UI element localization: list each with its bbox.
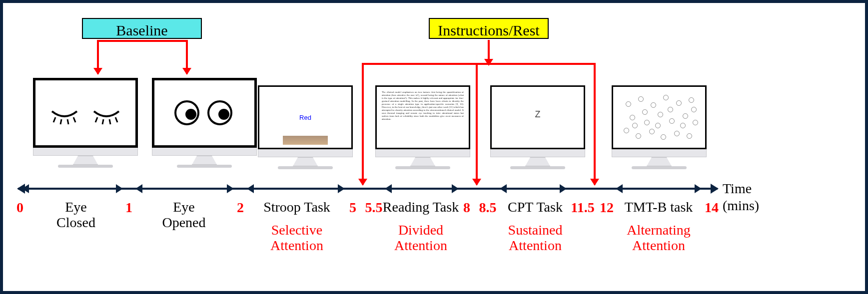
task-label: EyeClosed <box>56 200 95 231</box>
svg-line-0 <box>53 117 55 122</box>
svg-point-9 <box>185 109 196 120</box>
segment-arrow <box>22 188 123 190</box>
monitor-tmtb <box>612 85 707 169</box>
attention-label: DividedAttention <box>394 223 447 254</box>
time-mark: 14 <box>705 200 719 216</box>
svg-point-11 <box>218 109 229 120</box>
eye-open-icon <box>173 99 201 127</box>
task-label: TMT-B task <box>625 200 693 215</box>
monitor-stroop: Red <box>258 85 353 169</box>
segment-arrow <box>500 188 567 190</box>
segment-arrow <box>385 188 459 190</box>
connector <box>362 63 596 65</box>
task-label: EyeOpened <box>162 200 205 231</box>
time-mark: 8.5 <box>479 200 497 216</box>
axis-unit-label: (mins) <box>723 198 759 214</box>
arrow-down-icon <box>362 63 364 185</box>
svg-line-5 <box>102 119 103 124</box>
time-mark: 8 <box>463 200 470 216</box>
arrow-down-icon <box>97 40 99 74</box>
monitor-eye-closed <box>33 78 138 168</box>
arrow-down-icon <box>476 63 478 185</box>
time-mark: 2 <box>237 200 244 216</box>
time-mark: 1 <box>125 200 132 216</box>
task-label: Stroop Task <box>263 200 330 215</box>
stroop-word: Red <box>299 114 311 121</box>
time-mark: 11.5 <box>571 200 594 216</box>
eye-open-icon <box>206 99 234 127</box>
svg-line-3 <box>73 117 75 122</box>
attention-label: SelectiveAttention <box>270 223 323 254</box>
legend-baseline: Baseline <box>82 18 202 39</box>
connector <box>98 40 187 42</box>
svg-line-2 <box>67 119 68 124</box>
svg-line-7 <box>115 117 117 122</box>
svg-line-1 <box>60 119 61 124</box>
time-mark: 5 <box>349 200 356 216</box>
task-label: Reading Task <box>383 200 459 215</box>
reading-text: The clinical model emphasizes on two fac… <box>382 91 464 144</box>
time-mark: 12 <box>600 200 614 216</box>
segment-arrow <box>135 188 234 190</box>
tmt-dots-icon <box>617 91 701 144</box>
axis-time-label: Time <box>723 181 752 197</box>
monitor-eye-opened <box>152 78 257 168</box>
segment-arrow <box>616 188 702 190</box>
monitor-reading: The clinical model emphasizes on two fac… <box>375 85 470 169</box>
arrow-down-icon <box>594 63 596 185</box>
legend-instructions: Instructions/Rest <box>429 18 549 39</box>
attention-label: AlternatingAttention <box>627 223 691 254</box>
arrow-down-icon <box>186 40 188 74</box>
connector <box>488 40 490 65</box>
eye-closed-icon <box>91 105 121 125</box>
eye-closed-icon <box>49 105 79 125</box>
timeline-axis <box>18 188 718 190</box>
diagram-frame: Baseline Instructions/Rest <box>0 0 868 294</box>
attention-label: SustainedAttention <box>508 223 563 254</box>
stroop-image-icon <box>283 136 328 145</box>
task-label: CPT Task <box>508 200 563 215</box>
svg-line-4 <box>95 117 97 122</box>
segment-arrow <box>247 188 345 190</box>
time-mark: 5.5 <box>365 200 383 216</box>
monitor-cpt: Z <box>490 85 585 169</box>
svg-line-6 <box>109 119 110 124</box>
cpt-letter: Z <box>535 109 541 119</box>
time-mark: 0 <box>16 200 23 216</box>
